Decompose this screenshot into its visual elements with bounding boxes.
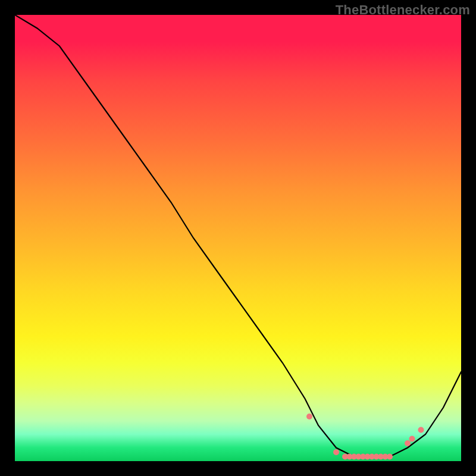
highlight-marker-group bbox=[306, 414, 424, 460]
chart-frame: TheBottlenecker.com bbox=[0, 0, 476, 476]
highlight-marker bbox=[418, 427, 424, 433]
highlight-marker bbox=[387, 454, 393, 460]
plot-area bbox=[15, 15, 461, 461]
chart-svg bbox=[15, 15, 461, 461]
bottleneck-curve-line bbox=[15, 15, 461, 457]
highlight-marker bbox=[405, 440, 411, 446]
highlight-marker bbox=[333, 449, 339, 455]
highlight-marker bbox=[306, 414, 312, 419]
highlight-marker bbox=[409, 436, 415, 442]
